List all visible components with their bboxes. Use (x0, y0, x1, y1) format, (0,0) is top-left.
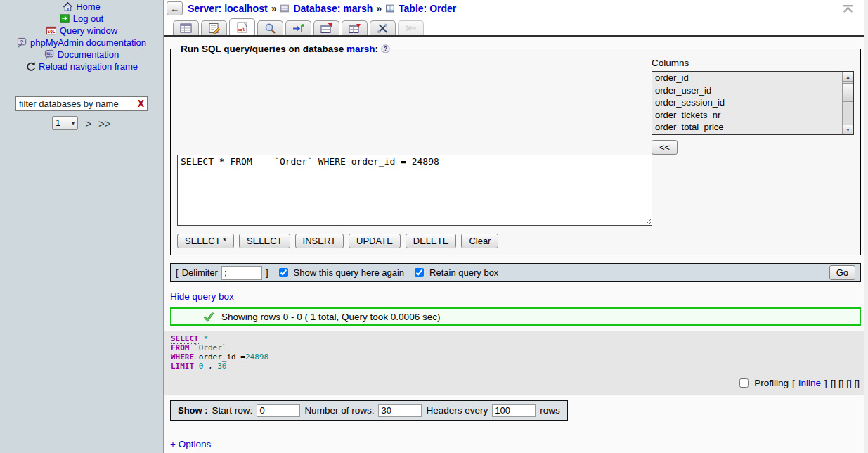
table-icon (385, 4, 395, 13)
profiling-extra-links[interactable]: [] [] [] [] (831, 378, 860, 388)
clear-button[interactable]: Clear (461, 234, 498, 248)
question-bubble-icon: ? (17, 37, 27, 48)
navigation-sidebar: HomeLog outSQLQuery window?phpMyAdmin do… (0, 0, 164, 453)
svg-text:SQL: SQL (47, 29, 55, 34)
content-area: Run SQL query/queries on database marsh:… (164, 44, 868, 453)
headers-every-input[interactable] (492, 404, 536, 417)
delete-button[interactable]: DELETE (406, 234, 457, 248)
help-icon[interactable]: ? (381, 44, 390, 53)
success-check-icon (202, 311, 215, 322)
sql-query-textarea[interactable]: SELECT * FROM `Order` WHERE order_id = 2… (177, 155, 652, 226)
breadcrumb: Server: localhost » Database: marsh » Ta… (188, 3, 456, 14)
breadcrumb-separator: » (376, 3, 382, 14)
svg-text:sql: sql (238, 27, 245, 32)
insert-column-button[interactable]: << (652, 140, 678, 155)
tab-export[interactable] (313, 20, 339, 35)
column-option-order-session-id[interactable]: order_session_id (652, 96, 853, 109)
sidebar-link-query-window[interactable]: SQLQuery window (46, 25, 117, 37)
chevron-down-icon: ▾ (72, 120, 75, 127)
query-success-message: Showing rows 0 - 0 ( 1 total, Query took… (170, 307, 861, 326)
main-panel: ← Server: localhost » Database: marsh » … (164, 0, 868, 453)
page-next-link[interactable]: > (85, 117, 91, 129)
svg-text:?: ? (20, 39, 24, 45)
tab-browse[interactable] (173, 20, 199, 35)
show-rows-bar: Show : Start row: Number of rows: Header… (170, 400, 568, 421)
tab-sql-icon: sql (235, 22, 250, 33)
database-link[interactable]: Database: marsh (293, 3, 373, 14)
table-link[interactable]: Table: Order (399, 3, 456, 14)
scroll-up-icon[interactable]: ▲ (843, 72, 853, 82)
collapse-panel-icon[interactable] (842, 4, 854, 13)
retain-query-box-checkbox[interactable] (415, 268, 424, 277)
back-button[interactable]: ← (167, 1, 183, 15)
database-pager: 1 ▾ > >> (0, 116, 163, 130)
column-option-order-user-id[interactable]: order_user_id (652, 84, 853, 97)
sidebar-link-documentation[interactable]: SQLDocumentation (44, 49, 119, 60)
tab-export-icon (319, 23, 334, 34)
tab-structure[interactable] (201, 20, 227, 35)
number-of-rows-input[interactable] (378, 404, 422, 417)
sidebar-link-log-out[interactable]: Log out (60, 13, 103, 25)
vertical-scrollbar[interactable] (864, 0, 868, 453)
scrollbar-thumb[interactable] (843, 83, 853, 102)
tab-structure-icon (207, 23, 221, 34)
filter-clear-button[interactable]: X (138, 98, 144, 109)
breadcrumb-bar: ← Server: localhost » Database: marsh » … (164, 0, 868, 16)
page-select-value: 1 (56, 118, 60, 128)
page-last-link[interactable]: >> (98, 117, 111, 129)
executed-sql-text: SELECT *FROM `Order`WHERE order_id =2489… (171, 334, 861, 371)
go-button[interactable]: Go (829, 265, 855, 280)
query-editor: SELECT * FROM `Order` WHERE order_id = 2… (177, 155, 652, 248)
delimiter-input[interactable] (221, 266, 262, 280)
sidebar-link-phpmyadmin-documentation[interactable]: ?phpMyAdmin documentation (17, 37, 146, 49)
column-option-order-tickets-nr[interactable]: order_tickets_nr (652, 109, 853, 122)
column-option-order-total-price[interactable]: order_total_price (652, 121, 853, 134)
svg-text:SQL: SQL (46, 52, 53, 56)
result-message-text: Showing rows 0 - 0 ( 1 total, Query took… (221, 312, 440, 322)
tab-import-icon (347, 23, 362, 34)
sidebar-link-reload-navigation-frame[interactable]: Reload navigation frame (25, 60, 138, 72)
scroll-down-icon[interactable]: ▼ (843, 125, 853, 134)
tab-operations[interactable] (370, 20, 396, 35)
legend-database-link[interactable]: marsh (346, 44, 375, 54)
update-button[interactable]: UPDATE (349, 234, 401, 248)
server-link[interactable]: Server: localhost (188, 3, 268, 14)
reload-icon (25, 61, 36, 72)
filter-databases-input[interactable] (15, 96, 148, 111)
delimiter-label: Delimiter (182, 267, 218, 278)
page-select[interactable]: 1 ▾ (52, 116, 78, 130)
options-toggle-link[interactable]: + Options (170, 439, 211, 449)
tab-sql[interactable]: sql (229, 18, 255, 35)
profiling-checkbox[interactable] (739, 378, 749, 388)
select-button[interactable]: SELECT (239, 234, 290, 248)
tab-insert-icon (291, 23, 306, 34)
tab-search-icon (263, 23, 278, 34)
docs-bubble-icon: SQL (44, 49, 55, 60)
query-template-buttons: SELECT *SELECTINSERTUPDATEDELETEClear (177, 234, 652, 248)
delimiter-bar: [ Delimiter ] Show this query here again… (170, 263, 861, 282)
listbox-scrollbar[interactable]: ▲ ▼ (842, 72, 853, 134)
run-sql-fieldset: Run SQL query/queries on database marsh:… (170, 44, 861, 255)
executed-sql-panel: SELECT *FROM `Order`WHERE order_id =2489… (164, 331, 868, 395)
tab-search[interactable] (257, 20, 283, 35)
columns-listbox[interactable]: order_idorder_user_idorder_session_idord… (652, 71, 854, 135)
inline-edit-link[interactable]: Inline (798, 378, 821, 388)
start-row-input[interactable] (257, 404, 300, 417)
logout-icon (60, 13, 70, 24)
breadcrumb-separator: » (271, 3, 277, 14)
sidebar-link-home[interactable]: Home (63, 1, 101, 13)
retain-query-box-label[interactable]: Retain query box (429, 267, 498, 278)
tab-import[interactable] (342, 20, 368, 35)
select-button[interactable]: SELECT * (177, 234, 234, 248)
tab-insert[interactable] (285, 20, 311, 35)
svg-text:?: ? (384, 45, 387, 52)
database-icon (280, 4, 290, 13)
columns-label: Columns (652, 58, 854, 68)
insert-button[interactable]: INSERT (295, 234, 344, 248)
tab-empty (398, 20, 424, 35)
column-option-order-id[interactable]: order_id (652, 72, 853, 84)
show-query-again-label[interactable]: Show this query here again (294, 267, 405, 278)
table-tabs: sql (164, 16, 868, 37)
hide-query-box-link[interactable]: Hide query box (170, 291, 234, 302)
show-query-again-checkbox[interactable] (279, 268, 288, 277)
